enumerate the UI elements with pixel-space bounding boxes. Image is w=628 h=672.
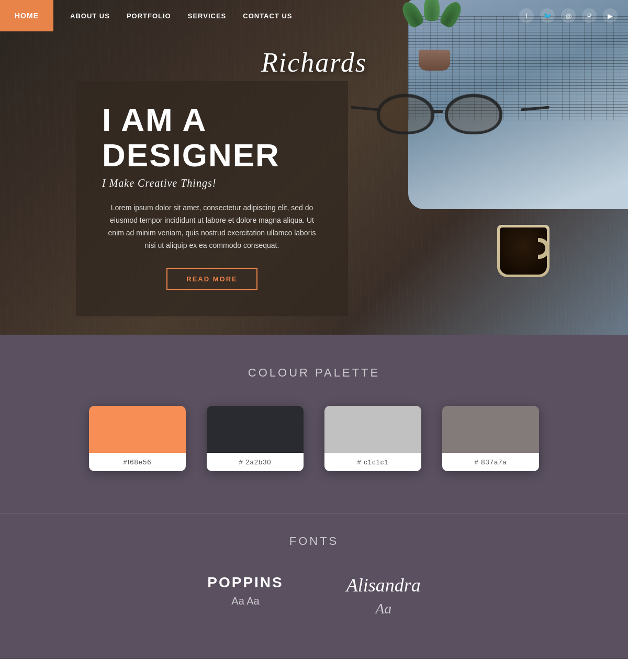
nav-links: ABOUT US PORTFOLIO SERVICES CONTACT US	[53, 12, 309, 20]
fonts-grid: POPPINS Aa Aa Alisandra Aa	[0, 574, 628, 617]
facebook-icon[interactable]: f	[519, 8, 534, 23]
swatch-warm-gray: # 837a7a	[442, 406, 539, 471]
font-name-alisandra: Alisandra	[346, 574, 421, 596]
twitter-icon[interactable]: 🐦	[540, 8, 555, 23]
nav-link-contact[interactable]: CONTACT US	[243, 12, 292, 20]
nav-link-services[interactable]: SERVICES	[188, 12, 227, 20]
hero-section: HOME ABOUT US PORTFOLIO SERVICES CONTACT…	[0, 0, 628, 335]
read-more-button[interactable]: READ MORE	[166, 268, 257, 290]
palette-swatches: #f68e56 # 2a2b30 # c1c1c1 # 837a7a	[0, 406, 628, 471]
glasses-bridge	[431, 110, 443, 113]
swatch-color-warm-gray	[442, 406, 539, 453]
swatch-color-light-gray	[324, 406, 421, 453]
swatch-light-gray: # c1c1c1	[324, 406, 421, 471]
coffee-cup	[492, 225, 555, 293]
nav-social: f 🐦 ◎ P ▶	[519, 8, 628, 23]
nav-link-about[interactable]: ABOUT US	[70, 12, 110, 20]
cup-body	[497, 225, 550, 277]
swatch-dark: # 2a2b30	[207, 406, 304, 471]
hero-headline: I AM A DESIGNER	[102, 102, 322, 173]
font-name-poppins: POPPINS	[207, 574, 283, 591]
lens-left	[375, 94, 436, 134]
palette-section: COLOUR PALETTE #f68e56 # 2a2b30 # c1c1c1…	[0, 335, 628, 513]
nav-link-portfolio[interactable]: PORTFOLIO	[127, 12, 171, 20]
navigation: HOME ABOUT US PORTFOLIO SERVICES CONTACT…	[0, 0, 628, 31]
swatch-orange: #f68e56	[89, 406, 186, 471]
brand-name: Richards	[261, 47, 367, 78]
pinterest-icon[interactable]: P	[582, 8, 597, 23]
youtube-icon[interactable]: ▶	[603, 8, 618, 23]
hero-content-panel: I AM A DESIGNER I Make Creative Things! …	[76, 81, 348, 316]
cup-handle	[538, 238, 550, 259]
plant-pot	[419, 50, 450, 71]
hero-subtitle: I Make Creative Things!	[102, 177, 322, 189]
fonts-section-title: FONTS	[0, 534, 628, 548]
fonts-section: FONTS POPPINS Aa Aa Alisandra Aa	[0, 513, 628, 659]
font-item-script: Alisandra Aa	[346, 574, 421, 617]
font-samples-poppins: Aa Aa	[207, 595, 283, 607]
swatch-label-warm-gray: # 837a7a	[442, 453, 539, 471]
nav-home-button[interactable]: HOME	[0, 0, 53, 31]
glasses-decoration	[377, 94, 523, 146]
palette-section-title: COLOUR PALETTE	[0, 366, 628, 380]
font-samples-alisandra: Aa	[346, 600, 421, 617]
font-item-sans: POPPINS Aa Aa	[207, 574, 283, 617]
swatch-label-orange: #f68e56	[89, 453, 186, 471]
instagram-icon[interactable]: ◎	[561, 8, 576, 23]
lens-right	[443, 94, 504, 134]
swatch-label-light-gray: # c1c1c1	[324, 453, 421, 471]
swatch-color-dark	[207, 406, 304, 453]
hero-body-text: Lorem ipsum dolor sit amet, consectetur …	[102, 202, 322, 252]
glasses-frame	[377, 94, 523, 136]
swatch-color-orange	[89, 406, 186, 453]
swatch-label-dark: # 2a2b30	[207, 453, 304, 471]
